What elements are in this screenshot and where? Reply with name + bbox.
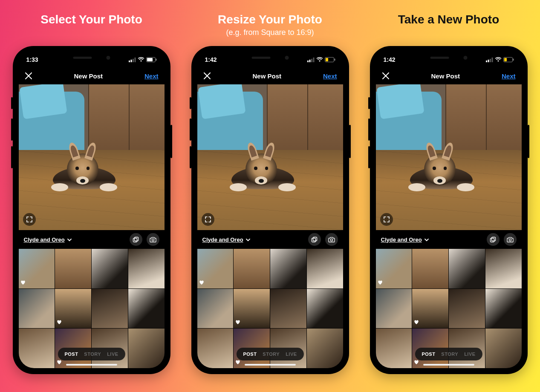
battery-icon [325,57,335,62]
chevron-down-icon [246,236,250,243]
photo-thumbnail[interactable] [128,249,165,288]
mode-live[interactable]: LIVE [107,352,118,357]
svg-rect-12 [311,59,312,62]
wifi-icon [138,57,144,62]
phone-mockup: 1:33New PostNextClyde and OreoPOSTSTORYL… [13,46,170,374]
battery-icon [503,57,514,62]
album-name-label: Clyde and Oreo [381,236,422,243]
chevron-down-icon [67,236,72,243]
photo-thumbnail[interactable] [307,289,343,329]
photo-thumbnail[interactable] [449,249,485,288]
photo-thumbnail[interactable] [55,289,91,329]
photo-thumbnail[interactable] [307,249,343,288]
nav-bar: New PostNext [197,67,343,84]
mode-story[interactable]: STORY [441,352,458,357]
album-selector[interactable]: Clyde and Oreo [24,236,72,243]
nav-title: New Post [252,72,281,80]
chevron-down-icon [424,236,429,243]
mode-live[interactable]: LIVE [464,352,475,357]
svg-point-19 [330,239,332,241]
home-indicator[interactable] [245,364,296,366]
photo-thumbnail[interactable] [19,289,55,329]
svg-rect-13 [313,58,314,62]
camera-button[interactable] [147,233,159,246]
photo-thumbnail[interactable] [55,249,91,288]
photo-thumbnail[interactable] [128,289,165,329]
signal-icon [129,58,136,62]
home-indicator[interactable] [423,364,474,366]
album-selector[interactable]: Clyde and Oreo [202,236,250,243]
photo-thumbnail[interactable] [197,289,234,329]
photo-thumbnail[interactable] [197,249,234,288]
nav-bar: New PostNext [19,67,165,84]
photo-thumbnail[interactable] [307,329,343,368]
photo-thumbnail[interactable] [128,329,165,368]
close-icon[interactable] [203,72,211,80]
next-button[interactable]: Next [144,72,159,80]
camera-button[interactable] [325,233,338,246]
photo-thumbnail[interactable] [92,289,128,329]
wifi-icon [316,57,323,62]
svg-rect-26 [513,59,514,61]
expand-crop-button[interactable] [380,213,393,226]
mode-post[interactable]: POST [64,352,78,357]
photo-thumbnail[interactable] [376,329,412,368]
photo-grid: POSTSTORYLIVE [19,249,165,368]
svg-rect-5 [147,58,153,61]
photo-preview[interactable] [197,84,343,230]
svg-point-9 [152,239,154,241]
album-selector-row: Clyde and Oreo [197,230,343,249]
camera-button[interactable] [504,233,517,246]
select-multiple-button[interactable] [308,233,321,246]
photo-thumbnail[interactable] [270,289,306,329]
photo-thumbnail[interactable] [234,289,270,329]
next-button[interactable]: Next [323,72,337,80]
photo-preview[interactable] [19,84,165,230]
select-multiple-button[interactable] [130,233,142,246]
photo-thumbnail[interactable] [485,249,522,288]
expand-crop-button[interactable] [23,213,36,226]
mode-story[interactable]: STORY [84,352,101,357]
svg-rect-22 [490,59,491,62]
album-name-label: Clyde and Oreo [202,236,243,243]
album-selector[interactable]: Clyde and Oreo [381,236,429,243]
heart-icon [378,279,383,287]
mode-selector[interactable]: POSTSTORYLIVE [236,348,303,360]
home-indicator[interactable] [66,364,117,366]
photo-thumbnail[interactable] [449,289,485,329]
select-multiple-button[interactable] [487,233,500,246]
svg-rect-10 [307,61,309,62]
svg-rect-27 [491,238,494,242]
photo-thumbnail[interactable] [270,249,306,288]
photo-preview[interactable] [376,84,522,230]
photo-thumbnail[interactable] [412,289,448,329]
close-icon[interactable] [382,72,390,80]
photo-thumbnail[interactable] [376,289,412,329]
photo-thumbnail[interactable] [19,249,55,288]
mode-story[interactable]: STORY [263,352,280,357]
nav-title: New Post [74,72,103,80]
heart-icon [414,319,419,326]
photo-thumbnail[interactable] [197,329,234,368]
photo-thumbnail[interactable] [92,249,128,288]
photo-thumbnail[interactable] [376,249,412,288]
heart-icon [199,279,204,287]
next-button[interactable]: Next [502,72,516,80]
battery-icon [146,57,157,62]
svg-rect-0 [129,61,130,62]
mode-selector[interactable]: POSTSTORYLIVE [415,348,482,360]
expand-crop-button[interactable] [202,213,214,226]
mode-live[interactable]: LIVE [286,352,297,357]
photo-grid: POSTSTORYLIVE [197,249,343,368]
photo-thumbnail[interactable] [485,329,522,368]
photo-thumbnail[interactable] [234,249,270,288]
mode-selector[interactable]: POSTSTORYLIVE [58,348,125,360]
photo-thumbnail[interactable] [412,249,448,288]
status-time: 1:42 [205,56,217,63]
close-icon[interactable] [25,72,32,80]
svg-rect-8 [135,237,139,241]
photo-thumbnail[interactable] [19,329,55,368]
photo-thumbnail[interactable] [485,289,522,329]
mode-post[interactable]: POST [243,352,257,357]
mode-post[interactable]: POST [422,352,435,357]
